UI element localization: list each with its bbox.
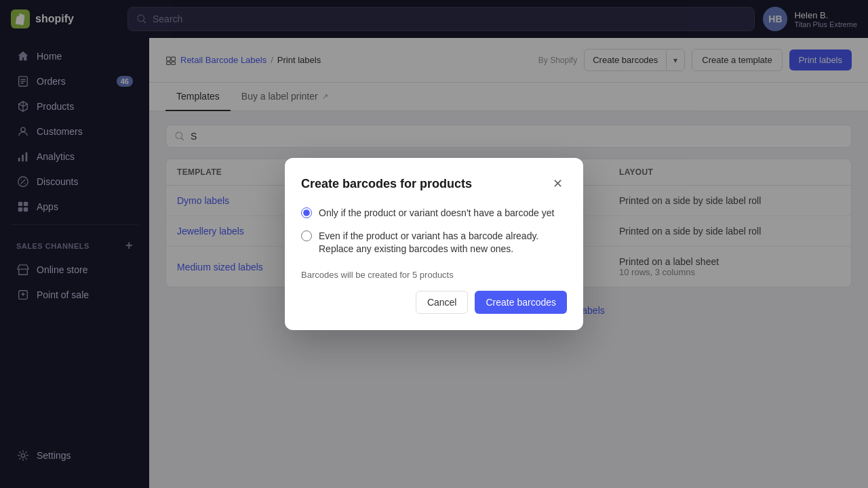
modal-actions: Cancel Create barcodes — [301, 291, 567, 314]
radio-option-1[interactable]: Even if the product or variant has a bar… — [301, 230, 567, 256]
radio-option-0[interactable]: Only if the product or variant doesn't h… — [301, 207, 567, 220]
cancel-button[interactable]: Cancel — [416, 291, 469, 314]
radio-label-1: Even if the product or variant has a bar… — [319, 230, 567, 256]
create-barcodes-modal: Create barcodes for products ✕ Only if t… — [285, 158, 583, 330]
radio-label-0: Only if the product or variant doesn't h… — [319, 207, 554, 220]
radio-group: Only if the product or variant doesn't h… — [301, 207, 567, 256]
modal-title: Create barcodes for products — [301, 177, 472, 191]
create-barcodes-confirm-button[interactable]: Create barcodes — [475, 291, 567, 314]
modal-footer-info: Barcodes will be created for 5 products — [301, 270, 567, 280]
modal-close-button[interactable]: ✕ — [548, 174, 567, 193]
modal-header: Create barcodes for products ✕ — [301, 174, 567, 193]
modal-overlay: Create barcodes for products ✕ Only if t… — [0, 0, 868, 488]
radio-input-1[interactable] — [301, 230, 312, 241]
radio-input-0[interactable] — [301, 207, 312, 218]
